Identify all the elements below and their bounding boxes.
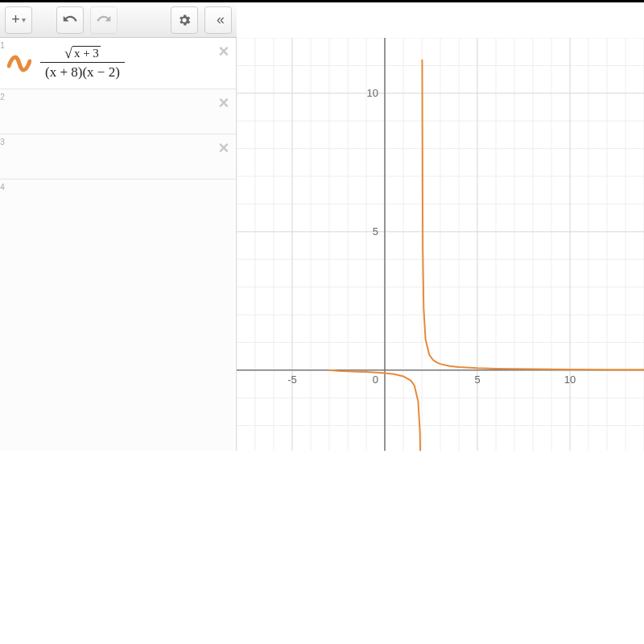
delete-expression-button[interactable]: × <box>219 139 229 157</box>
expression-sidebar: 1 √ x + 3 <box>0 38 237 451</box>
expression-color-toggle[interactable] <box>5 134 34 179</box>
expression-row-2[interactable]: 2 × <box>0 89 236 134</box>
expression-color-toggle[interactable] <box>5 38 34 89</box>
settings-button[interactable] <box>171 6 198 34</box>
expression-body[interactable] <box>34 134 212 179</box>
expression-row-1[interactable]: 1 √ x + 3 <box>0 38 236 89</box>
undo-button[interactable] <box>56 6 84 34</box>
svg-text:5: 5 <box>474 374 480 386</box>
svg-text:5: 5 <box>373 225 378 237</box>
toolbar: + « <box>0 2 237 38</box>
chevron-double-left-icon: « <box>217 11 220 28</box>
plus-icon: + <box>11 11 20 28</box>
expression-row-3[interactable]: 3 × <box>0 134 236 180</box>
expression-list: 1 √ x + 3 <box>0 38 236 212</box>
graph-area[interactable]: -55100510 <box>237 38 644 451</box>
svg-text:10: 10 <box>564 374 576 386</box>
gear-icon <box>177 13 192 27</box>
svg-text:-5: -5 <box>287 374 297 386</box>
graph-svg: -55100510 <box>237 38 644 451</box>
app-frame: + « 1 <box>0 0 644 451</box>
delete-expression-button[interactable]: × <box>219 43 229 60</box>
delete-expression-button[interactable]: × <box>219 94 229 112</box>
svg-text:0: 0 <box>373 374 378 386</box>
expression-row-4[interactable]: 4 <box>0 180 236 212</box>
redo-icon <box>97 13 111 27</box>
sidebar-fade <box>0 290 236 451</box>
expression-fraction: √ x + 3 (x + 8)(x − 2) <box>40 46 125 80</box>
expression-numerator: √ x + 3 <box>60 46 105 62</box>
expression-color-toggle[interactable] <box>5 89 34 134</box>
undo-icon <box>63 13 77 27</box>
content-area: 1 √ x + 3 <box>0 38 644 451</box>
expression-body[interactable]: √ x + 3 (x + 8)(x − 2) <box>34 38 212 89</box>
collapse-sidebar-button[interactable]: « <box>204 6 232 34</box>
wave-icon <box>7 52 31 76</box>
add-expression-button[interactable]: + <box>5 6 32 34</box>
svg-text:10: 10 <box>367 87 378 99</box>
redo-button[interactable] <box>90 6 118 34</box>
row-close: × <box>212 38 236 89</box>
expression-body[interactable] <box>34 89 212 134</box>
expression-denominator: (x + 8)(x − 2) <box>40 62 125 80</box>
